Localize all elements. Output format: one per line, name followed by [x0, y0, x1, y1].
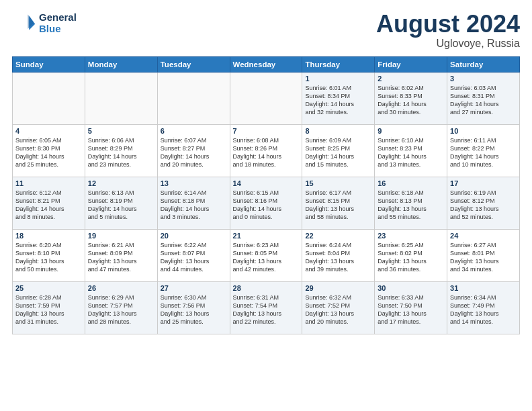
weekday-header-saturday: Saturday	[447, 56, 520, 72]
day-info: Sunrise: 6:34 AM Sunset: 7:49 PM Dayligh…	[450, 293, 517, 326]
weekday-header-friday: Friday	[375, 56, 447, 72]
day-cell: 20Sunrise: 6:22 AM Sunset: 8:07 PM Dayli…	[157, 229, 230, 281]
day-cell: 3Sunrise: 6:03 AM Sunset: 8:31 PM Daylig…	[447, 72, 520, 124]
day-cell: 13Sunrise: 6:14 AM Sunset: 8:18 PM Dayli…	[157, 177, 230, 229]
logo-blue: Blue	[39, 23, 61, 34]
day-cell: 30Sunrise: 6:33 AM Sunset: 7:50 PM Dayli…	[375, 281, 447, 334]
day-info: Sunrise: 6:28 AM Sunset: 7:59 PM Dayligh…	[15, 293, 82, 326]
calendar-table: SundayMondayTuesdayWednesdayThursdayFrid…	[12, 56, 520, 334]
title-block: August 2024 Uglovoye, Russia	[376, 11, 520, 50]
day-number: 17	[450, 179, 517, 187]
day-info: Sunrise: 6:03 AM Sunset: 8:31 PM Dayligh…	[450, 84, 517, 117]
day-info: Sunrise: 6:30 AM Sunset: 7:56 PM Dayligh…	[161, 293, 227, 326]
day-info: Sunrise: 6:12 AM Sunset: 8:21 PM Dayligh…	[15, 189, 82, 222]
day-number: 2	[378, 75, 444, 83]
day-cell	[85, 72, 157, 124]
day-cell	[157, 72, 230, 124]
day-cell: 15Sunrise: 6:17 AM Sunset: 8:15 PM Dayli…	[302, 177, 375, 229]
week-row-2: 4Sunrise: 6:05 AM Sunset: 8:30 PM Daylig…	[13, 124, 520, 177]
day-info: Sunrise: 6:13 AM Sunset: 8:19 PM Dayligh…	[88, 189, 154, 222]
weekday-header-tuesday: Tuesday	[157, 56, 230, 72]
day-cell: 12Sunrise: 6:13 AM Sunset: 8:19 PM Dayli…	[85, 177, 157, 229]
day-number: 9	[378, 127, 444, 135]
day-number: 7	[233, 127, 300, 135]
day-info: Sunrise: 6:15 AM Sunset: 8:16 PM Dayligh…	[233, 189, 300, 222]
day-cell: 31Sunrise: 6:34 AM Sunset: 7:49 PM Dayli…	[447, 281, 520, 334]
day-number: 1	[305, 75, 371, 83]
day-info: Sunrise: 6:18 AM Sunset: 8:13 PM Dayligh…	[378, 189, 444, 222]
day-cell: 10Sunrise: 6:11 AM Sunset: 8:22 PM Dayli…	[447, 124, 520, 177]
day-cell: 5Sunrise: 6:06 AM Sunset: 8:29 PM Daylig…	[85, 124, 157, 177]
day-number: 3	[450, 75, 517, 83]
day-number: 11	[15, 179, 82, 187]
day-number: 13	[161, 179, 227, 187]
day-cell: 26Sunrise: 6:29 AM Sunset: 7:57 PM Dayli…	[85, 281, 157, 334]
day-cell: 9Sunrise: 6:10 AM Sunset: 8:23 PM Daylig…	[375, 124, 447, 177]
day-number: 6	[161, 127, 227, 135]
day-cell: 11Sunrise: 6:12 AM Sunset: 8:21 PM Dayli…	[13, 177, 85, 229]
day-info: Sunrise: 6:29 AM Sunset: 7:57 PM Dayligh…	[88, 293, 154, 326]
day-cell: 2Sunrise: 6:02 AM Sunset: 8:33 PM Daylig…	[375, 72, 447, 124]
day-number: 18	[15, 232, 82, 240]
day-info: Sunrise: 6:11 AM Sunset: 8:22 PM Dayligh…	[450, 136, 517, 169]
day-cell: 18Sunrise: 6:20 AM Sunset: 8:10 PM Dayli…	[13, 229, 85, 281]
day-info: Sunrise: 6:17 AM Sunset: 8:15 PM Dayligh…	[305, 189, 371, 222]
day-info: Sunrise: 6:09 AM Sunset: 8:25 PM Dayligh…	[305, 136, 371, 169]
day-number: 10	[450, 127, 517, 135]
day-number: 26	[88, 284, 154, 292]
logo-general: General	[39, 11, 77, 23]
day-number: 31	[450, 284, 517, 292]
logo-icon	[12, 11, 36, 35]
day-cell: 16Sunrise: 6:18 AM Sunset: 8:13 PM Dayli…	[375, 177, 447, 229]
day-cell: 29Sunrise: 6:32 AM Sunset: 7:52 PM Dayli…	[302, 281, 375, 334]
day-number: 23	[378, 232, 444, 240]
day-cell: 28Sunrise: 6:31 AM Sunset: 7:54 PM Dayli…	[230, 281, 302, 334]
day-info: Sunrise: 6:19 AM Sunset: 8:12 PM Dayligh…	[450, 189, 517, 222]
day-info: Sunrise: 6:32 AM Sunset: 7:52 PM Dayligh…	[305, 293, 371, 326]
day-number: 21	[233, 232, 300, 240]
header-row: SundayMondayTuesdayWednesdayThursdayFrid…	[13, 56, 520, 72]
day-info: Sunrise: 6:23 AM Sunset: 8:05 PM Dayligh…	[233, 241, 300, 274]
day-cell: 21Sunrise: 6:23 AM Sunset: 8:05 PM Dayli…	[230, 229, 302, 281]
day-info: Sunrise: 6:01 AM Sunset: 8:34 PM Dayligh…	[305, 84, 371, 117]
day-number: 4	[15, 127, 82, 135]
day-number: 12	[88, 179, 154, 187]
day-number: 22	[305, 232, 371, 240]
day-number: 28	[233, 284, 300, 292]
day-info: Sunrise: 6:21 AM Sunset: 8:09 PM Dayligh…	[88, 241, 154, 274]
day-number: 16	[378, 179, 444, 187]
day-number: 24	[450, 232, 517, 240]
day-number: 29	[305, 284, 371, 292]
week-row-1: 1Sunrise: 6:01 AM Sunset: 8:34 PM Daylig…	[13, 72, 520, 124]
day-number: 15	[305, 179, 371, 187]
day-info: Sunrise: 6:31 AM Sunset: 7:54 PM Dayligh…	[233, 293, 300, 326]
day-number: 8	[305, 127, 371, 135]
logo: General Blue	[12, 11, 77, 35]
day-cell: 17Sunrise: 6:19 AM Sunset: 8:12 PM Dayli…	[447, 177, 520, 229]
day-cell: 4Sunrise: 6:05 AM Sunset: 8:30 PM Daylig…	[13, 124, 85, 177]
day-cell: 8Sunrise: 6:09 AM Sunset: 8:25 PM Daylig…	[302, 124, 375, 177]
day-number: 20	[161, 232, 227, 240]
day-cell: 14Sunrise: 6:15 AM Sunset: 8:16 PM Dayli…	[230, 177, 302, 229]
month-title: August 2024	[376, 11, 520, 38]
day-info: Sunrise: 6:25 AM Sunset: 8:02 PM Dayligh…	[378, 241, 444, 274]
day-cell	[230, 72, 302, 124]
weekday-header-wednesday: Wednesday	[230, 56, 302, 72]
weekday-header-thursday: Thursday	[302, 56, 375, 72]
day-info: Sunrise: 6:02 AM Sunset: 8:33 PM Dayligh…	[378, 84, 444, 117]
day-cell: 19Sunrise: 6:21 AM Sunset: 8:09 PM Dayli…	[85, 229, 157, 281]
day-number: 30	[378, 284, 444, 292]
day-number: 27	[161, 284, 227, 292]
day-info: Sunrise: 6:07 AM Sunset: 8:27 PM Dayligh…	[161, 136, 227, 169]
day-info: Sunrise: 6:20 AM Sunset: 8:10 PM Dayligh…	[15, 241, 82, 274]
week-row-4: 18Sunrise: 6:20 AM Sunset: 8:10 PM Dayli…	[13, 229, 520, 281]
day-cell	[13, 72, 85, 124]
weekday-header-monday: Monday	[85, 56, 157, 72]
week-row-5: 25Sunrise: 6:28 AM Sunset: 7:59 PM Dayli…	[13, 281, 520, 334]
day-info: Sunrise: 6:22 AM Sunset: 8:07 PM Dayligh…	[161, 241, 227, 274]
day-cell: 22Sunrise: 6:24 AM Sunset: 8:04 PM Dayli…	[302, 229, 375, 281]
day-cell: 27Sunrise: 6:30 AM Sunset: 7:56 PM Dayli…	[157, 281, 230, 334]
day-number: 19	[88, 232, 154, 240]
day-info: Sunrise: 6:14 AM Sunset: 8:18 PM Dayligh…	[161, 189, 227, 222]
day-info: Sunrise: 6:10 AM Sunset: 8:23 PM Dayligh…	[378, 136, 444, 169]
